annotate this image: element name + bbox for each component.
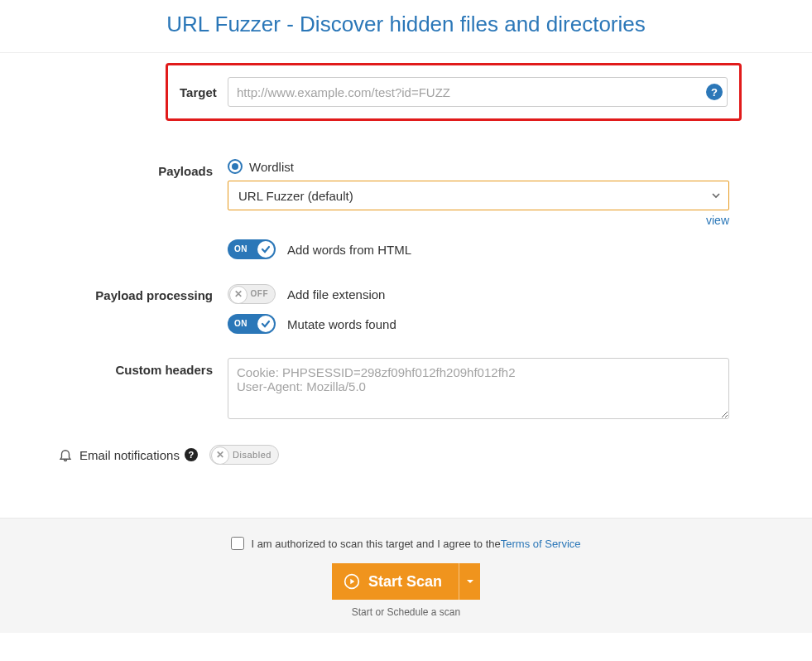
processing-label: Payload processing — [25, 283, 228, 302]
footer-hint: Start or Schedule a scan — [0, 606, 812, 618]
wordlist-radio[interactable] — [228, 159, 243, 174]
add-words-label: Add words from HTML — [287, 243, 411, 257]
bell-icon — [58, 447, 73, 462]
x-icon: ✕ — [231, 287, 246, 302]
wordlist-select[interactable]: URL Fuzzer (default) — [228, 181, 729, 210]
consent-text: I am authorized to scan this target and … — [251, 538, 500, 550]
add-extension-toggle[interactable]: ✕ OFF — [228, 284, 276, 304]
check-icon — [258, 242, 273, 257]
start-scan-dropdown[interactable] — [459, 563, 480, 600]
help-icon[interactable]: ? — [185, 448, 198, 461]
target-label: Target — [180, 85, 228, 99]
target-highlight-frame: Target ? — [166, 63, 742, 121]
target-input[interactable] — [228, 77, 728, 107]
add-words-toggle[interactable]: ON — [228, 239, 276, 259]
play-icon — [344, 573, 360, 590]
email-notifications-label: Email notifications — [79, 448, 180, 462]
email-notifications-toggle[interactable]: ✕ Disabled — [209, 445, 279, 465]
wordlist-radio-label: Wordlist — [249, 160, 294, 174]
consent-checkbox[interactable] — [231, 537, 244, 550]
headers-label: Custom headers — [25, 358, 228, 377]
start-scan-button[interactable]: Start Scan — [332, 563, 459, 600]
terms-of-service-link[interactable]: Terms of Service — [501, 538, 581, 550]
mutate-words-toggle[interactable]: ON — [228, 314, 276, 334]
payloads-label: Payloads — [25, 159, 228, 178]
view-wordlist-link[interactable]: view — [228, 214, 729, 227]
custom-headers-textarea[interactable] — [228, 358, 729, 419]
footer: I am authorized to scan this target and … — [0, 518, 812, 633]
mutate-words-label: Mutate words found — [287, 317, 396, 331]
check-icon — [258, 316, 273, 331]
x-icon: ✕ — [213, 447, 228, 462]
add-extension-label: Add file extension — [287, 287, 385, 302]
help-icon[interactable]: ? — [706, 84, 723, 100]
page-title: URL Fuzzer - Discover hidden files and d… — [0, 0, 812, 53]
